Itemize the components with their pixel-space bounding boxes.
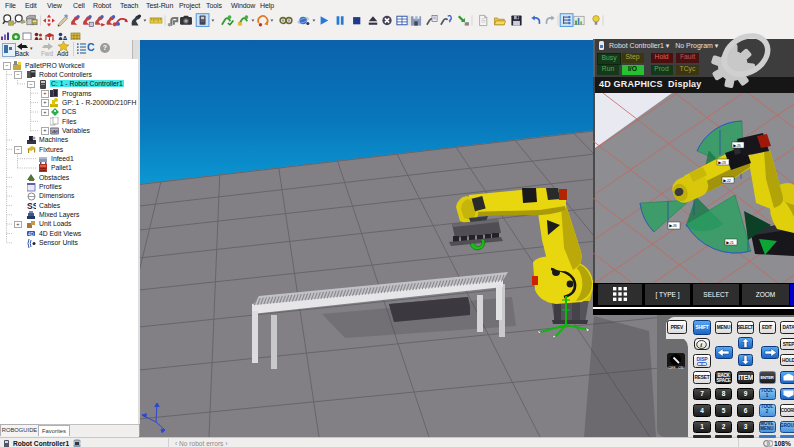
svg-text:SS: SS [27,201,36,210]
svg-text:▶J3: ▶J3 [718,160,726,165]
svg-text:▶J6: ▶J6 [669,223,677,228]
svg-text:4D: 4D [28,232,35,237]
svg-text:▶J2: ▶J2 [723,178,731,183]
svg-text:VAR: VAR [51,129,59,134]
svg-text:i: i [700,341,702,349]
svg-text:▶J5: ▶J5 [733,143,741,148]
svg-text:▶J1: ▶J1 [726,240,734,245]
